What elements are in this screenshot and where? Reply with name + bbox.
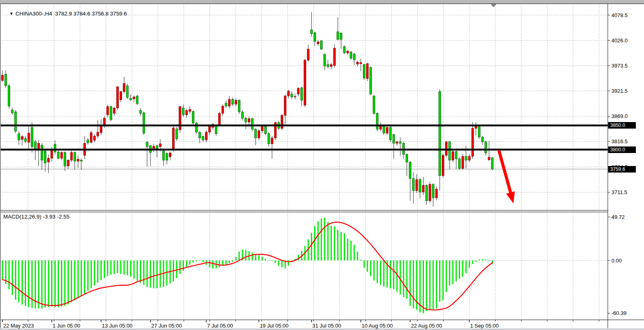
- price-level-badge-3850: 3850.0: [608, 122, 636, 129]
- svg-text:7 Jul 05:00: 7 Jul 05:00: [207, 323, 233, 329]
- svg-text:1 Sep 05:00: 1 Sep 05:00: [470, 323, 499, 329]
- macd-indicator-label: MACD(12,26,9) -3.93 -2.55: [3, 214, 70, 220]
- svg-text:0.00: 0.00: [611, 258, 622, 264]
- chart-canvas[interactable]: 4078.54026.03973.53921.53869.03816.53764…: [0, 0, 644, 330]
- svg-text:10 Aug 05:00: 10 Aug 05:00: [362, 323, 393, 329]
- svg-text:31 Jul 05:00: 31 Jul 05:00: [312, 323, 341, 329]
- chart-title: ▼CHINA300-,H4 3782.9 3784.6 3756.8 3759.…: [3, 4, 127, 23]
- symbol-ohlc-text: CHINA300-,H4 3782.9 3784.6 3756.8 3759.6: [15, 11, 127, 17]
- svg-text:19 Jul 05:00: 19 Jul 05:00: [260, 323, 288, 329]
- svg-text:27 Jun 05:00: 27 Jun 05:00: [151, 323, 182, 329]
- svg-text:4026.0: 4026.0: [611, 37, 628, 44]
- svg-text:49.72: 49.72: [611, 214, 625, 220]
- svg-text:3816.5: 3816.5: [611, 138, 628, 144]
- svg-text:22 May 2023: 22 May 2023: [3, 323, 34, 329]
- symbol-dropdown-icon[interactable]: ▼: [9, 11, 13, 16]
- trading-chart-window: 4078.54026.03973.53921.53869.03816.53764…: [0, 0, 644, 330]
- svg-text:13 Jun 05:00: 13 Jun 05:00: [102, 323, 132, 329]
- svg-text:-60.39: -60.39: [611, 310, 627, 316]
- current-price-badge: 3759.6: [608, 166, 636, 173]
- svg-text:3921.5: 3921.5: [611, 88, 628, 94]
- svg-text:3711.5: 3711.5: [611, 189, 627, 195]
- svg-text:1 Jun 05:00: 1 Jun 05:00: [52, 323, 80, 329]
- svg-text:3973.5: 3973.5: [611, 63, 628, 69]
- price-level-badge-3800: 3800.0: [608, 146, 636, 153]
- svg-text:22 Aug 05:00: 22 Aug 05:00: [411, 323, 442, 329]
- svg-text:3869.0: 3869.0: [611, 113, 628, 119]
- svg-text:4078.5: 4078.5: [611, 12, 628, 18]
